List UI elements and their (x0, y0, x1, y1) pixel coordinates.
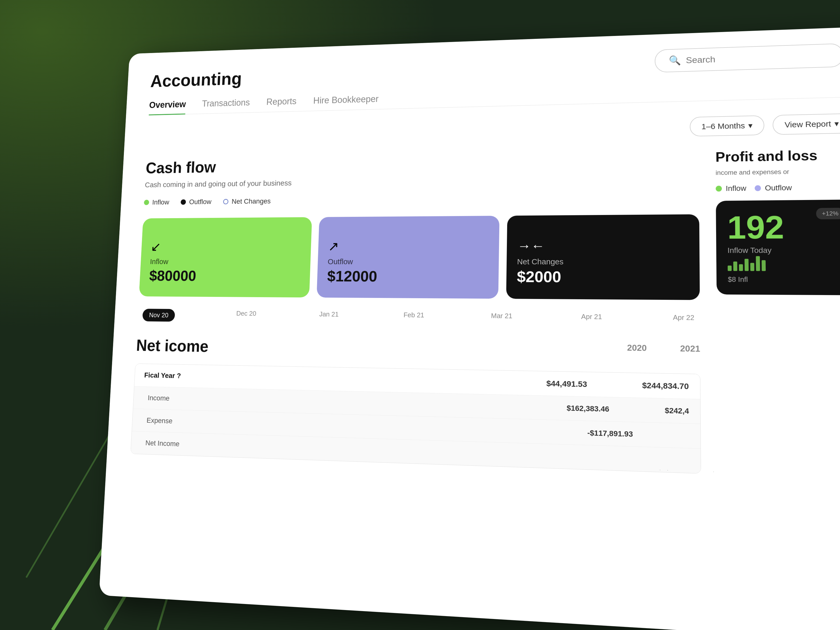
bar-2 (733, 261, 737, 271)
outflow-arrow-icon: ↗ (328, 238, 489, 254)
fiscal-2020-value: $44,491.53 (546, 379, 587, 389)
search-input[interactable] (686, 51, 829, 65)
inflow-card-label: Inflow (150, 257, 301, 266)
mini-bar-chart (728, 255, 840, 271)
bar-5 (750, 263, 755, 271)
expense-2020-value: -$117,891.93 (587, 429, 633, 439)
search-icon: 🔍 (669, 55, 681, 66)
bar-6 (756, 256, 760, 271)
inflow-today-label: Inflow Today (727, 246, 840, 255)
timeline-apr22[interactable]: Apr 22 (673, 313, 694, 327)
legend-net-changes-label: Net Changes (232, 197, 271, 205)
outflow-dot (181, 199, 186, 205)
cashflow-legend: Inflow Outflow Net Changes (144, 193, 699, 206)
view-report-button[interactable]: View Report ▾ (772, 114, 840, 135)
period-label: 1–6 Months (701, 121, 745, 131)
bar-3 (739, 264, 743, 271)
profit-loss-title: Profit and loss (715, 147, 840, 165)
legend-inflow-label: Inflow (152, 199, 169, 206)
view-report-label: View Report (785, 119, 831, 129)
outflow-card: ↗ Outflow $12000 (317, 216, 499, 299)
period-filter-button[interactable]: 1–6 Months ▾ (690, 115, 764, 136)
legend-outflow-label: Outflow (189, 198, 212, 206)
view-report-chevron-icon: ▾ (834, 119, 839, 128)
legend-outflow: Outflow (181, 198, 212, 206)
content-grid: Cash flow Cash coming in and going out o… (131, 147, 840, 479)
net-changes-card: →← Net Changes $2000 (506, 214, 700, 300)
legend-net-changes: Net Changes (223, 197, 271, 205)
inflow-sub-value: $8 Infl (728, 275, 840, 284)
net-income-section: Net icome 2020 2021 Fical Year ? $44,491… (131, 336, 701, 474)
cashflow-section: Cash flow Cash coming in and going out o… (131, 149, 701, 474)
inflow-dot (144, 200, 149, 205)
profit-outflow-dot (755, 185, 761, 191)
profit-loss-section: Profit and loss income and expenses or I… (715, 147, 840, 479)
timeline-apr21[interactable]: Apr 21 (581, 313, 602, 327)
net-changes-dot (223, 199, 229, 204)
timeline: Nov 20 Dec 20 Jan 21 Feb 21 Mar 21 Apr 2… (137, 309, 700, 327)
inflow-card-value: $80000 (149, 267, 300, 285)
timeline-dec20[interactable]: Dec 20 (236, 309, 256, 323)
profit-legend: Inflow Outflow (715, 183, 840, 193)
timeline-jan21[interactable]: Jan 21 (319, 310, 339, 324)
timeline-feb21[interactable]: Feb 21 (403, 311, 424, 324)
percent-badge: +12% (816, 208, 840, 219)
fiscal-2021-value: $244,834.70 (642, 381, 689, 391)
flow-cards: ↙ Inflow $80000 ↗ Outflow $12000 →← Net … (139, 214, 700, 300)
profit-outflow-label: Outflow (765, 183, 792, 193)
bar-7 (761, 260, 766, 271)
profit-legend-inflow: Inflow (715, 184, 746, 193)
net-income-header: Net icome 2020 2021 (136, 336, 700, 368)
inflow-card: ↙ Inflow $80000 (139, 217, 312, 297)
tab-hire-bookkeeper[interactable]: Hire Bookkeeper (313, 94, 379, 111)
bar-4 (744, 259, 748, 271)
period-chevron-icon: ▾ (748, 121, 752, 130)
profit-inflow-dot (715, 186, 722, 191)
net-income-label: Net Income (145, 439, 180, 448)
outflow-card-label: Outflow (328, 257, 488, 266)
year-2020-label: 2020 (627, 343, 647, 368)
timeline-nov20[interactable]: Nov 20 (142, 309, 175, 322)
tab-overview[interactable]: Overview (149, 99, 186, 115)
net-changes-label: Net Changes (517, 257, 688, 267)
inflow-arrow-icon: ↙ (150, 239, 302, 254)
net-changes-icon: →← (517, 238, 688, 254)
main-card: 🔍 Accounting Overview Transactions Repor… (99, 26, 840, 630)
net-changes-value: $2000 (517, 268, 688, 286)
filters-row: 1–6 Months ▾ View Report ▾ (147, 114, 840, 147)
net-income-table: Fical Year ? $44,491.53 $244,834.70 Inco… (131, 363, 701, 474)
income-2020-value: $162,383.46 (567, 404, 609, 414)
fiscal-year-label: Fical Year ? (144, 371, 181, 380)
net-income-title: Net icome (136, 336, 209, 356)
tab-transactions[interactable]: Transactions (202, 97, 250, 114)
profit-legend-outflow: Outflow (755, 183, 792, 193)
timeline-mar21[interactable]: Mar 21 (491, 312, 512, 325)
outflow-card-value: $12000 (327, 267, 488, 286)
cashflow-title: Cash flow (145, 149, 699, 177)
tab-reports[interactable]: Reports (266, 96, 297, 112)
income-label: Income (147, 394, 170, 403)
legend-inflow: Inflow (144, 199, 169, 206)
bar-1 (728, 266, 732, 271)
income-2021-value: $242,4 (665, 406, 689, 415)
profit-loss-subtitle: income and expenses or (715, 167, 840, 177)
year-2021-label: 2021 (680, 344, 700, 369)
inflow-today-card: +12% 192 Inflow Today $8 Infl (716, 199, 840, 295)
profit-inflow-label: Inflow (726, 184, 746, 193)
expense-label: Expense (147, 416, 173, 425)
